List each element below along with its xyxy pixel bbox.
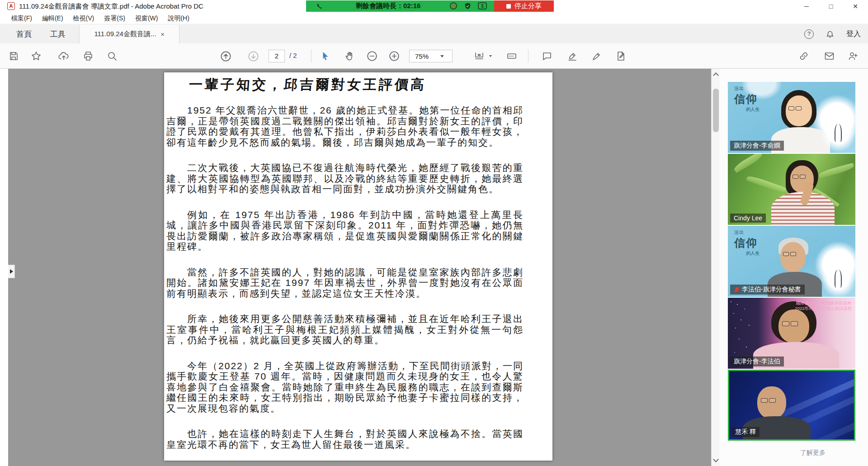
record-icon[interactable] bbox=[450, 2, 457, 10]
close-button[interactable]: ✕ bbox=[851, 3, 860, 10]
menu-bar: 檔案(F) 編輯(E) 檢視(V) 簽署(S) 視窗(W) 說明(H) bbox=[0, 13, 868, 24]
save-button[interactable] bbox=[7, 50, 20, 62]
praying-hands-art bbox=[826, 266, 851, 292]
avatar bbox=[783, 252, 796, 256]
hand-tool-button[interactable] bbox=[344, 50, 356, 62]
participant-tile[interactable]: Cindy Lee bbox=[728, 154, 855, 225]
event-caption-line: 國際佛光會中華總會南區協會 bbox=[795, 300, 852, 306]
next-page-button[interactable] bbox=[247, 50, 259, 62]
menu-help[interactable]: 說明(H) bbox=[163, 14, 194, 23]
meeting-control-bar: 剩餘會議時長：02:16 $ 停止分享 bbox=[306, 0, 554, 12]
tab-tools[interactable]: 工具 bbox=[42, 25, 74, 43]
tab-document[interactable]: 111.09.24金觀音讀... × bbox=[79, 25, 179, 43]
separator bbox=[311, 49, 311, 63]
page-total-label: / 2 bbox=[289, 52, 297, 59]
print-button[interactable] bbox=[82, 50, 94, 62]
avatar bbox=[786, 95, 812, 126]
search-button[interactable] bbox=[106, 50, 118, 62]
highlight-tool-button[interactable] bbox=[566, 50, 579, 62]
fit-width-button[interactable] bbox=[473, 50, 486, 62]
pdf-page[interactable]: 一輩子知交，邱吉爾對女王評價高 1952 年父親喬治六世辭世，26 歲的她正式登… bbox=[164, 72, 552, 461]
comment-tool-button[interactable] bbox=[541, 50, 553, 62]
favorite-star-button[interactable] bbox=[30, 50, 42, 62]
paragraph: 今年（2022）2 月，全英國上從政府籌辦活動，下至民間街頭派對，一同攜手歡慶女… bbox=[166, 361, 524, 414]
window-title: 111.09.24金觀音讀書會 導讀文章.pdf - Adobe Acrobat… bbox=[19, 2, 203, 11]
avatar bbox=[761, 398, 776, 403]
share-link-button[interactable] bbox=[797, 50, 810, 62]
sign-in-button[interactable]: 登入 bbox=[846, 29, 861, 39]
avatar bbox=[793, 175, 806, 179]
scroll-up-icon[interactable] bbox=[713, 72, 719, 78]
page-number-input[interactable]: 2 bbox=[269, 50, 285, 62]
meeting-timer-bar: 剩餘會議時長：02:16 $ bbox=[306, 0, 494, 12]
bell-icon[interactable] bbox=[826, 30, 835, 39]
navigation-pane-toggle[interactable] bbox=[8, 265, 15, 278]
scroll-down-icon[interactable] bbox=[713, 456, 719, 462]
participant-name: Cindy Lee bbox=[730, 214, 766, 223]
zoom-out-button[interactable] bbox=[366, 50, 378, 62]
praying-hands-art bbox=[826, 120, 851, 147]
menu-window[interactable]: 視窗(W) bbox=[130, 14, 163, 23]
minimize-button[interactable]: ─ bbox=[802, 3, 811, 10]
stop-sharing-button[interactable]: 停止分享 bbox=[494, 0, 554, 12]
learn-more-link[interactable]: 了解更多 bbox=[800, 449, 826, 457]
artwork-text: 活出 bbox=[734, 86, 760, 92]
participant-name: 旗津分會-李法伯 bbox=[730, 357, 784, 366]
paragraph: 所幸，她後來用更多公開慈善活動來積極彌補，並且在近年哈利王子退出王室事件中，當哈… bbox=[166, 314, 524, 346]
avatar bbox=[788, 106, 802, 110]
participant-name: 李法伯-旗津分會秘書 bbox=[730, 285, 805, 295]
artwork-text: 的人生 bbox=[746, 250, 760, 257]
separator bbox=[528, 49, 528, 63]
toolbar: 2 / 2 75% bbox=[0, 43, 868, 69]
select-tool-button[interactable] bbox=[319, 50, 332, 62]
shield-check-icon[interactable] bbox=[464, 2, 472, 10]
reading-mode-button[interactable] bbox=[505, 50, 518, 62]
cloud-upload-button[interactable] bbox=[57, 50, 70, 62]
zoom-level-dropdown[interactable]: 75% bbox=[409, 50, 453, 62]
participant-tile[interactable]: 活出 信仰 的人生 李法伯-旗津分會秘書 bbox=[728, 226, 855, 297]
maximize-button[interactable]: □ bbox=[826, 3, 835, 10]
avatar bbox=[780, 242, 806, 272]
participant-name: 慧禾 釋 bbox=[731, 427, 760, 437]
participant-name-label: 慧禾 釋 bbox=[735, 428, 756, 436]
participant-tile-active-speaker[interactable]: 慧禾 釋 bbox=[728, 370, 855, 441]
fit-width-caret-icon[interactable] bbox=[489, 55, 492, 57]
zoom-in-button[interactable] bbox=[388, 50, 401, 62]
paragraph: 例如，在 1975 年出訪香港，1986 年到訪中國，當時她還登上萬里長城，讓許… bbox=[166, 209, 524, 252]
document-scrollbar[interactable] bbox=[711, 69, 720, 466]
participant-tile[interactable]: 活出 信仰 的人生 旗津分會-李俞嫻 bbox=[728, 82, 855, 153]
help-icon[interactable]: ? bbox=[804, 29, 814, 39]
tab-bar: 首頁 工具 111.09.24金觀音讀... × ? 登入 bbox=[0, 25, 868, 43]
meeting-time-remaining: 剩餘會議時長：02:16 bbox=[356, 2, 420, 10]
stop-sharing-label: 停止分享 bbox=[514, 2, 542, 10]
tab-close-icon[interactable]: × bbox=[160, 31, 164, 38]
chevron-down-icon bbox=[440, 55, 444, 57]
menu-sign[interactable]: 簽署(S) bbox=[99, 14, 130, 23]
faith-artwork-text: 活出 信仰 的人生 bbox=[734, 86, 760, 113]
menu-edit[interactable]: 編輯(E) bbox=[37, 14, 68, 23]
email-button[interactable] bbox=[823, 50, 835, 62]
menu-view[interactable]: 檢視(V) bbox=[68, 14, 99, 23]
mic-muted-icon bbox=[734, 287, 740, 293]
sign-tool-button[interactable] bbox=[590, 50, 603, 62]
event-caption-line: 2022年司儀及主持人培訓課程 bbox=[795, 306, 852, 311]
participant-name-label: Cindy Lee bbox=[734, 214, 762, 222]
paragraph: 也許，她在這樣的時刻走下人生舞台，對於英國人來說極為不捨。當英國皇室光環不再的當… bbox=[166, 428, 524, 450]
zoom-level-value: 75% bbox=[415, 52, 429, 60]
document-body: 1952 年父親喬治六世辭世，26 歲的她正式登基。她第一位任命的首相邱吉爾，正… bbox=[166, 105, 524, 450]
tab-home[interactable]: 首頁 bbox=[6, 25, 42, 43]
stamp-tool-button[interactable] bbox=[615, 50, 627, 62]
artwork-text: 活出 bbox=[734, 229, 760, 236]
artwork-text: 的人生 bbox=[746, 106, 760, 113]
phone-icon bbox=[316, 3, 323, 10]
previous-page-button[interactable] bbox=[219, 50, 232, 62]
avatar bbox=[782, 321, 798, 326]
menu-file[interactable]: 檔案(F) bbox=[6, 14, 37, 23]
pdf-canvas[interactable]: 一輩子知交，邱吉爾對女王評價高 1952 年父親喬治六世辭世，26 歲的她正式登… bbox=[8, 69, 711, 466]
add-people-button[interactable] bbox=[846, 50, 859, 62]
participant-tile[interactable]: 國際佛光會中華總會南區協會 2022年司儀及主持人培訓課程 旗津分會-李法伯 bbox=[728, 298, 855, 369]
document-heading: 一輩子知交，邱吉爾對女王評價高 bbox=[189, 76, 524, 94]
scrollbar-thumb[interactable] bbox=[713, 89, 719, 132]
video-participants-panel: 活出 信仰 的人生 旗津分會-李俞嫻 Cindy Lee bbox=[720, 69, 868, 466]
payment-icon[interactable]: $ bbox=[478, 2, 487, 10]
